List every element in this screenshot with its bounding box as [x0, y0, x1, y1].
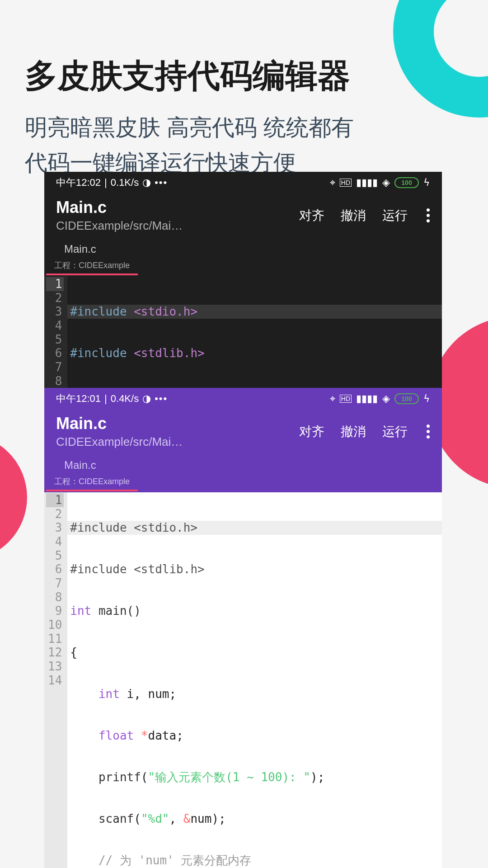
project-label: 工程：CIDEExample [46, 474, 138, 491]
code-line: scanf("%d", &num); [67, 812, 442, 826]
no-disturb-icon: ◑ [142, 393, 151, 405]
undo-button[interactable]: 撤消 [341, 207, 366, 224]
headline: 多皮肤支持代码编辑器 明亮暗黑皮肤 高亮代码 统统都有 代码一键编译运行快速方便 [25, 54, 470, 180]
tab-row: Main.c [44, 239, 442, 258]
file-path: CIDEExample/src/Mai… [56, 219, 299, 233]
status-bar: 中午12:02 | 0.1K/s ◑ ••• ⌖ HD ▮▮▮▮ ◈ 100 ϟ [44, 172, 442, 193]
tab-row: Main.c [44, 455, 442, 474]
signal-icon: ▮▮▮▮ [356, 393, 378, 405]
align-button[interactable]: 对齐 [299, 207, 324, 224]
code-line: #include <stdio.h> [67, 305, 442, 319]
bluetooth-icon: ⌖ [330, 393, 335, 405]
hd-icon: HD [340, 395, 352, 403]
status-divider: | [104, 177, 107, 189]
status-divider: | [104, 393, 107, 405]
no-disturb-icon: ◑ [142, 177, 151, 189]
more-menu-icon[interactable] [427, 208, 430, 222]
battery-icon: 100 [394, 393, 419, 404]
file-title: Main.c [56, 414, 299, 433]
headline-title: 多皮肤支持代码编辑器 [25, 54, 470, 98]
status-net: 0.1K/s [111, 177, 139, 189]
file-title: Main.c [56, 198, 299, 217]
run-button[interactable]: 运行 [382, 207, 408, 224]
tab-mainc[interactable]: Main.c [56, 239, 104, 258]
status-more-icon: ••• [155, 177, 168, 189]
code-line: float *data; [67, 729, 442, 743]
status-more-icon: ••• [155, 393, 168, 405]
hd-icon: HD [340, 179, 352, 187]
status-bar: 中午12:01 | 0.4K/s ◑ ••• ⌖ HD ▮▮▮▮ ◈ 100 ϟ [44, 388, 442, 410]
status-time: 中午12:01 [56, 392, 101, 406]
phone-light: 中午12:01 | 0.4K/s ◑ ••• ⌖ HD ▮▮▮▮ ◈ 100 ϟ… [44, 388, 442, 868]
code-line: // 为 'num' 元素分配内存 [67, 854, 442, 868]
bluetooth-icon: ⌖ [330, 177, 335, 189]
run-button[interactable]: 运行 [382, 423, 408, 440]
decor-circle-left [0, 434, 27, 561]
code-body[interactable]: #include <stdio.h> #include <stdlib.h> i… [67, 492, 442, 868]
code-line: printf("输入元素个数(1 ~ 100): "); [67, 770, 442, 784]
headline-sub1: 明亮暗黑皮肤 高亮代码 统统都有 [25, 110, 470, 146]
status-net: 0.4K/s [111, 393, 139, 405]
align-button[interactable]: 对齐 [299, 423, 324, 440]
charge-icon: ϟ [423, 177, 430, 189]
wifi-icon: ◈ [382, 393, 390, 405]
code-line: int i, num; [67, 687, 442, 701]
charge-icon: ϟ [423, 393, 430, 405]
code-line: #include <stdio.h> [67, 521, 442, 535]
file-path: CIDEExample/src/Mai… [56, 435, 299, 449]
line-gutter: 1 2 3 4 5 6 7 8 9 10 11 12 13 14 [44, 492, 67, 868]
code-editor[interactable]: 1 2 3 4 5 6 7 8 9 10 11 12 13 14 #includ… [44, 492, 442, 868]
project-label: 工程：CIDEExample [46, 258, 138, 275]
tab-mainc[interactable]: Main.c [56, 455, 104, 474]
status-time: 中午12:02 [56, 176, 101, 189]
more-menu-icon[interactable] [427, 425, 430, 439]
code-line: int main() [67, 604, 442, 618]
toolbar: Main.c CIDEExample/src/Mai… 对齐 撤消 运行 [44, 193, 442, 239]
battery-icon: 100 [394, 177, 419, 188]
toolbar: Main.c CIDEExample/src/Mai… 对齐 撤消 运行 [44, 410, 442, 455]
undo-button[interactable]: 撤消 [341, 423, 366, 440]
code-line: #include <stdlib.h> [67, 346, 442, 360]
signal-icon: ▮▮▮▮ [356, 177, 378, 189]
wifi-icon: ◈ [382, 177, 390, 189]
code-line: #include <stdlib.h> [67, 562, 442, 576]
code-line: { [67, 646, 442, 660]
